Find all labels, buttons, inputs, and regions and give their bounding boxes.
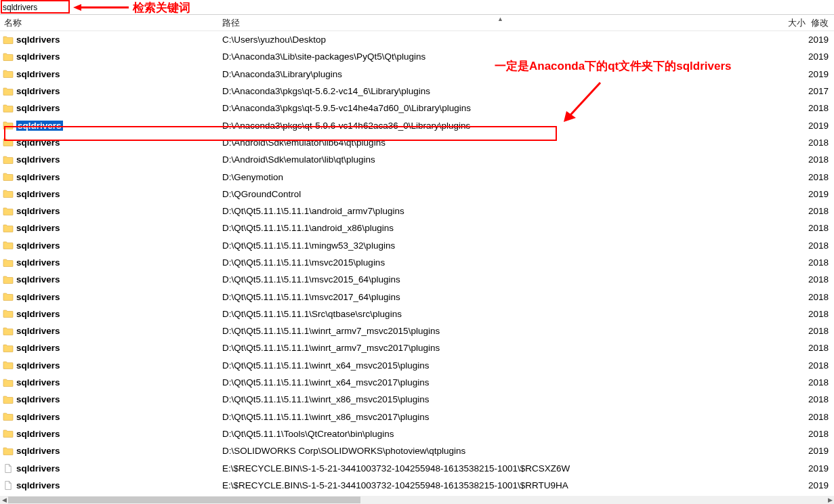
column-header-path[interactable]: 路径 ▲ (218, 15, 783, 30)
path-cell: D:\Anaconda3\Lib\site-packages\PyQt5\Qt\… (218, 51, 783, 62)
result-row[interactable]: sqldriversD:\Anaconda3\pkgs\qt-5.9.5-vc1… (0, 100, 834, 117)
folder-icon (3, 377, 14, 388)
file-name: sqldrivers (16, 309, 60, 319)
scrollbar-thumb[interactable] (8, 497, 360, 503)
path-cell: D:\Qt\Qt5.11.1\5.11.1\winrt_x86_msvc2017… (218, 412, 783, 422)
file-name: sqldrivers (16, 257, 60, 268)
file-name: sqldrivers (16, 274, 60, 285)
modified-cell: 2019 (808, 121, 834, 131)
result-row[interactable]: sqldriversD:\Qt\Qt5.11.1\5.11.1\winrt_x6… (0, 374, 834, 391)
result-row[interactable]: sqldriversD:\Genymotion2018 (0, 168, 834, 185)
modified-cell: 2018 (808, 377, 834, 387)
result-row[interactable]: sqldriversD:\QGroundControl2019 (0, 186, 834, 203)
name-cell: sqldrivers (0, 68, 218, 79)
file-name: sqldrivers (16, 121, 63, 131)
result-row[interactable]: sqldriversD:\SOLIDWORKS Corp\SOLIDWORKS\… (0, 442, 834, 459)
folder-icon (3, 103, 14, 114)
modified-cell: 2018 (808, 257, 834, 268)
path-cell: E:\$RECYCLE.BIN\S-1-5-21-3441003732-1042… (218, 480, 783, 490)
result-row[interactable]: sqldriversD:\Qt\Qt5.11.1\5.11.1\Src\qtba… (0, 306, 834, 322)
folder-icon (3, 51, 14, 62)
modified-cell: 2017 (808, 86, 834, 96)
file-name: sqldrivers (16, 360, 60, 371)
modified-cell: 2019 (808, 463, 834, 474)
name-cell: sqldrivers (0, 394, 218, 405)
folder-icon (3, 428, 14, 439)
file-name: sqldrivers (16, 35, 60, 45)
result-row[interactable]: sqldriversD:\Qt\Qt5.11.1\5.11.1\winrt_x8… (0, 408, 834, 425)
column-header-modified[interactable]: 修改 (808, 17, 834, 29)
scroll-left-icon[interactable]: ◀ (0, 496, 8, 504)
result-row[interactable]: sqldriversD:\Qt\Qt5.11.1\5.11.1\winrt_x6… (0, 357, 834, 374)
folder-icon (3, 274, 14, 285)
folder-icon (3, 291, 14, 302)
result-row[interactable]: sqldriversD:\Qt\Qt5.11.1\5.11.1\winrt_ar… (0, 322, 834, 339)
name-cell: sqldrivers (0, 137, 218, 148)
file-name: sqldrivers (16, 412, 60, 422)
result-row[interactable]: sqldriversD:\Qt\Qt5.11.1\5.11.1\android_… (0, 203, 834, 219)
column-header-row: 名称 路径 ▲ 大小 修改 (0, 15, 834, 31)
result-row[interactable]: sqldriversD:\Android\Sdk\emulator\lib\qt… (0, 151, 834, 168)
name-cell: sqldrivers (0, 343, 218, 354)
modified-cell: 2018 (808, 274, 834, 285)
path-cell: D:\Qt\Qt5.11.1\5.11.1\Src\qtbase\src\plu… (218, 309, 783, 319)
result-row[interactable]: sqldriversD:\Qt\Qt5.11.1\5.11.1\mingw53_… (0, 237, 834, 254)
modified-cell: 2018 (808, 103, 834, 113)
result-row[interactable]: sqldriversD:\Qt\Qt5.11.1\5.11.1\msvc2015… (0, 271, 834, 288)
result-row[interactable]: sqldriversD:\Qt\Qt5.11.1\5.11.1\winrt_ar… (0, 339, 834, 356)
result-row[interactable]: sqldriversD:\Qt\Qt5.11.1\5.11.1\winrt_x8… (0, 391, 834, 408)
name-cell: sqldrivers (0, 223, 218, 234)
folder-icon (3, 68, 14, 79)
modified-cell: 2019 (808, 446, 834, 456)
modified-cell: 2018 (808, 172, 834, 182)
result-row[interactable]: sqldriversD:\Qt\Qt5.11.1\5.11.1\msvc2015… (0, 254, 834, 271)
modified-cell: 2019 (808, 480, 834, 490)
result-row[interactable]: sqldriversD:\Anaconda3\Lib\site-packages… (0, 48, 834, 65)
folder-icon (3, 86, 14, 97)
result-row[interactable]: sqldriversD:\Anaconda3\pkgs\qt-5.9.6-vc1… (0, 117, 834, 133)
path-cell: D:\Anaconda3\pkgs\qt-5.9.5-vc14he4a7d60_… (218, 103, 783, 113)
column-header-size[interactable]: 大小 (783, 17, 808, 29)
file-name: sqldrivers (16, 223, 60, 233)
result-row[interactable]: sqldriversD:\Anaconda3\pkgs\qt-5.6.2-vc1… (0, 83, 834, 100)
result-row[interactable]: sqldriversE:\$RECYCLE.BIN\S-1-5-21-34410… (0, 477, 834, 494)
file-name: sqldrivers (16, 189, 60, 199)
path-cell: D:\Anaconda3\Library\plugins (218, 69, 783, 79)
result-row[interactable]: sqldriversD:\Android\Sdk\emulator\lib64\… (0, 134, 834, 151)
modified-cell: 2018 (808, 154, 834, 165)
path-cell: D:\Anaconda3\pkgs\qt-5.9.6-vc14h62aca36_… (218, 121, 783, 131)
modified-cell: 2018 (808, 240, 834, 251)
modified-cell: 2018 (808, 309, 834, 319)
name-cell: sqldrivers (0, 480, 218, 490)
name-cell: sqldrivers (0, 257, 218, 268)
results-list: sqldriversC:\Users\yuzhou\Desktop2019sql… (0, 31, 834, 496)
column-header-name[interactable]: 名称 (0, 15, 218, 30)
modified-cell: 2018 (808, 292, 834, 302)
modified-cell: 2018 (808, 206, 834, 216)
modified-cell: 2018 (808, 394, 834, 404)
folder-icon (3, 326, 14, 337)
path-cell: D:\SOLIDWORKS Corp\SOLIDWORKS\photoview\… (218, 446, 783, 456)
file-name: sqldrivers (16, 69, 60, 79)
folder-icon (3, 360, 14, 371)
file-name: sqldrivers (16, 343, 60, 353)
name-cell: sqldrivers (0, 120, 218, 131)
result-row[interactable]: sqldriversD:\Anaconda3\Library\plugins20… (0, 66, 834, 83)
column-header-path-label: 路径 (222, 17, 240, 29)
path-cell: D:\Qt\Qt5.11.1\5.11.1\android_x86\plugin… (218, 223, 783, 233)
name-cell: sqldrivers (0, 411, 218, 422)
result-row[interactable]: sqldriversC:\Users\yuzhou\Desktop2019 (0, 31, 834, 48)
modified-cell: 2019 (808, 51, 834, 62)
scroll-right-icon[interactable]: ▶ (826, 496, 834, 504)
name-cell: sqldrivers (0, 463, 218, 474)
result-row[interactable]: sqldriversE:\$RECYCLE.BIN\S-1-5-21-34410… (0, 459, 834, 476)
search-input[interactable] (3, 1, 66, 14)
name-cell: sqldrivers (0, 308, 218, 319)
name-cell: sqldrivers (0, 274, 218, 285)
horizontal-scrollbar[interactable]: ◀ ▶ (0, 496, 834, 504)
result-row[interactable]: sqldriversD:\Qt\Qt5.11.1\5.11.1\android_… (0, 219, 834, 236)
folder-icon (3, 154, 14, 165)
result-row[interactable]: sqldriversD:\Qt\Qt5.11.1\5.11.1\msvc2017… (0, 288, 834, 305)
result-row[interactable]: sqldriversD:\Qt\Qt5.11.1\Tools\QtCreator… (0, 425, 834, 442)
name-cell: sqldrivers (0, 446, 218, 457)
